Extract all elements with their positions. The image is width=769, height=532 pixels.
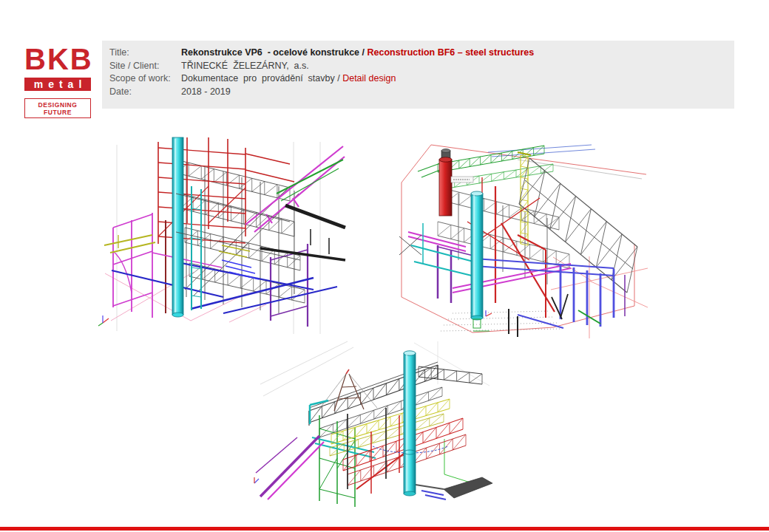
row-value-red: Reconstruction BF6 – steel structures xyxy=(367,47,535,58)
model-view-rear-iso xyxy=(384,137,651,338)
row-label: Site / Client: xyxy=(109,60,181,73)
black-girders xyxy=(260,205,345,260)
construction-box-lines xyxy=(402,145,648,338)
info-row-date: Date: 2018 - 2019 xyxy=(109,86,734,99)
logo-letters: B K B xyxy=(24,43,91,75)
model-view-front-left xyxy=(95,134,346,338)
row-value: Dokumentace pro provádění stavby / Detai… xyxy=(181,72,396,86)
red-stack xyxy=(439,149,452,216)
model-view-stack-conveyor xyxy=(251,340,495,508)
project-info-panel: Title: Rekonstrukce VP6 - ocelové konstr… xyxy=(102,41,734,109)
logo-tagline: DESIGNING FUTURE xyxy=(24,98,91,118)
cyan-stack xyxy=(471,191,483,328)
discharge-chute xyxy=(416,477,492,499)
info-row-title: Title: Rekonstrukce VP6 - ocelové konstr… xyxy=(109,47,734,60)
blue-floor-beams xyxy=(112,260,337,313)
row-label: Title: xyxy=(109,47,181,60)
model-view-3-svg xyxy=(251,340,495,508)
row-label: Scope of work: xyxy=(109,72,181,86)
model-view-2-svg xyxy=(384,137,651,338)
ucs-axis-icon xyxy=(98,316,109,326)
purple-magenta-diagonals xyxy=(256,436,324,499)
slide: B K B metal DESIGNING FUTURE Title: Reko… xyxy=(0,0,769,532)
cyan-stack xyxy=(404,351,416,496)
row-label: Date: xyxy=(109,86,181,99)
model-annotation-label xyxy=(451,177,473,183)
cyan-stack xyxy=(172,137,183,317)
bkb-metal-logo: B K B metal DESIGNING FUTURE xyxy=(24,43,91,118)
logo-letter: K xyxy=(47,43,69,75)
row-value: TŘINECKÉ ŽELEZÁRNY, a.s. xyxy=(181,60,309,73)
gray-platform-lattice xyxy=(438,189,569,284)
teal-beams xyxy=(411,223,475,276)
bottom-accent-bar xyxy=(0,527,769,531)
model-view-1-svg xyxy=(95,134,346,338)
ucs-axis-icon xyxy=(254,477,259,483)
construction-lines xyxy=(260,341,489,396)
row-value: Rekonstrukce VP6 - ocelové konstrukce / … xyxy=(181,47,534,60)
row-value: 2018 - 2019 xyxy=(181,86,231,99)
logo-letter: B xyxy=(24,43,46,75)
row-value-red: Detail design xyxy=(342,73,396,83)
logo-word-metal: metal xyxy=(24,78,91,91)
logo-letter: B xyxy=(70,43,92,75)
info-row-site-client: Site / Client: TŘINECKÉ ŽELEZÁRNY, a.s. xyxy=(109,60,734,73)
magenta-frames xyxy=(113,146,345,318)
yellow-lattice-column xyxy=(518,152,531,245)
info-row-scope: Scope of work: Dokumentace pro provádění… xyxy=(109,72,734,86)
